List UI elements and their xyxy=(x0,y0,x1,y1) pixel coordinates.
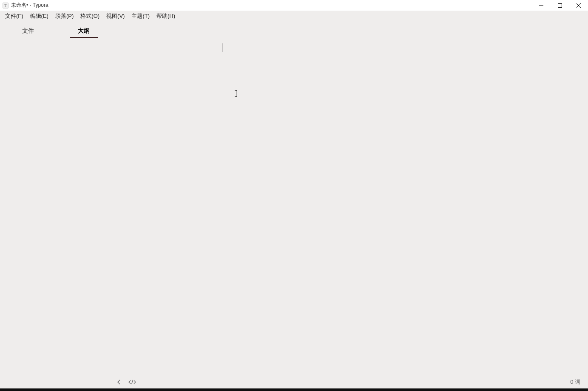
window-controls xyxy=(532,0,588,11)
code-icon xyxy=(128,380,136,385)
back-button[interactable] xyxy=(116,380,122,385)
menu-bar: 文件(F) 编辑(E) 段落(P) 格式(O) 视图(V) 主题(T) 帮助(H… xyxy=(0,11,588,21)
svg-rect-1 xyxy=(558,3,562,7)
sidebar-tab-files[interactable]: 文件 xyxy=(0,27,56,38)
menu-format[interactable]: 格式(O) xyxy=(77,11,103,21)
editor-area[interactable] xyxy=(112,21,588,376)
minimize-button[interactable] xyxy=(532,0,551,11)
word-count[interactable]: 0 词 xyxy=(570,378,580,386)
app-icon: T xyxy=(3,3,9,8)
menu-edit[interactable]: 编辑(E) xyxy=(27,11,52,21)
source-mode-button[interactable] xyxy=(128,380,136,385)
editor-wrap: 0 词 xyxy=(112,21,588,388)
status-left xyxy=(116,380,136,385)
sidebar: 文件 大纲 xyxy=(0,21,112,388)
maximize-icon xyxy=(558,3,562,8)
chevron-left-icon xyxy=(116,380,122,385)
os-taskbar xyxy=(0,388,588,391)
menu-view[interactable]: 视图(V) xyxy=(103,11,128,21)
minimize-icon xyxy=(539,3,543,8)
text-caret xyxy=(222,43,222,52)
menu-help[interactable]: 帮助(H) xyxy=(153,11,179,21)
title-bar: T 未命名• - Typora xyxy=(0,0,588,11)
window-title: 未命名• - Typora xyxy=(11,2,48,9)
title-bar-left: T 未命名• - Typora xyxy=(3,2,48,9)
svg-line-4 xyxy=(132,380,133,384)
app-body: 文件 大纲 xyxy=(0,21,588,388)
ibeam-cursor-icon xyxy=(234,89,238,98)
menu-file[interactable]: 文件(F) xyxy=(2,11,27,21)
maximize-button[interactable] xyxy=(551,0,569,11)
sidebar-tabs: 文件 大纲 xyxy=(0,21,112,38)
sidebar-tab-outline[interactable]: 大纲 xyxy=(56,27,112,38)
sidebar-outline-content xyxy=(0,38,112,388)
menu-paragraph[interactable]: 段落(P) xyxy=(52,11,77,21)
status-bar: 0 词 xyxy=(112,376,588,388)
menu-theme[interactable]: 主题(T) xyxy=(128,11,153,21)
close-button[interactable] xyxy=(569,0,588,11)
close-icon xyxy=(577,3,581,8)
